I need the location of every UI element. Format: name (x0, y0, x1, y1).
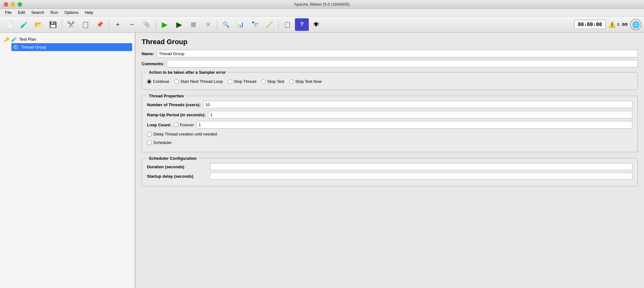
tree-root-label[interactable]: Test Plan (19, 37, 36, 42)
template-button[interactable]: 🧪 (17, 18, 31, 31)
radio-stop-test-input[interactable] (261, 79, 266, 84)
sampler-error-fieldset: Action to be taken after a Sampler error… (142, 70, 638, 90)
minimize-button[interactable] (11, 2, 15, 7)
scheduler-row: Scheduler (147, 140, 632, 146)
thread-group-icon: ⚙️ (13, 44, 19, 50)
globe-button[interactable]: 🌐 (630, 19, 641, 30)
new-button[interactable]: 📄 (3, 18, 16, 31)
comments-input[interactable] (167, 60, 638, 67)
clear-button[interactable]: 📎 (140, 18, 154, 31)
tree-children: ⚙️ Thread Group (11, 43, 132, 51)
tree-panel: 🔑 🧪 Test Plan ⚙️ Thread Group (0, 33, 135, 288)
clear-all-button[interactable]: 🧹 (263, 18, 276, 31)
remote-monitor-button[interactable]: 🔭 (248, 18, 262, 31)
menu-search[interactable]: Search (29, 9, 47, 15)
startup-delay-input[interactable] (210, 173, 632, 180)
plugin-button[interactable]: 🕷 (309, 18, 323, 31)
loop-count-row: Loop Count: Forever (147, 121, 632, 129)
radio-continue-input[interactable] (147, 79, 151, 84)
add-icon: + (116, 20, 120, 29)
delay-creation-label: Delay Thread creation until needed (153, 132, 217, 136)
tree-item-thread-group[interactable]: ⚙️ Thread Group (11, 43, 132, 51)
paste-button[interactable]: 📌 (93, 18, 107, 31)
menu-edit[interactable]: Edit (15, 9, 27, 15)
duration-row: Duration (seconds) (147, 163, 632, 170)
copy-icon: 📋 (82, 21, 89, 28)
ramp-up-label: Ramp-Up Period (in seconds): (147, 112, 206, 117)
warning-count: 0 (617, 22, 619, 27)
separator-2 (109, 20, 109, 30)
sampler-error-radio-group: Continue Start Next Thread Loop Stop Thr… (147, 77, 632, 86)
cut-icon: ✂️ (67, 21, 75, 28)
scheduler-checkbox[interactable] (147, 141, 151, 145)
duration-input[interactable] (210, 163, 632, 170)
tree-icon: 🧪 (11, 36, 17, 42)
form-panel: Thread Group Name: Comments: Action to b… (135, 33, 644, 288)
forever-checkbox[interactable] (174, 123, 178, 127)
close-button[interactable] (4, 2, 8, 7)
radio-stop-test-now[interactable]: Stop Test Now (289, 79, 322, 84)
results-tree-button[interactable]: 📊 (234, 18, 247, 31)
shutdown-button[interactable]: ✕ (201, 18, 215, 31)
help-button[interactable]: ? (295, 18, 309, 31)
copy-button[interactable]: 📋 (78, 18, 92, 31)
ramp-up-input[interactable] (208, 111, 632, 118)
thread-properties-legend: Thread Properties (147, 94, 186, 98)
clear-all-icon: 🧹 (266, 21, 273, 28)
function-helper-button[interactable]: 📋 (280, 18, 294, 31)
shutdown-icon: ✕ (206, 21, 211, 28)
radio-stop-test[interactable]: Stop Test (261, 79, 284, 84)
loop-count-label: Loop Count: (147, 123, 171, 127)
open-button[interactable]: 📂 (31, 18, 45, 31)
menu-run[interactable]: Run (48, 9, 61, 15)
forever-checkbox-item[interactable]: Forever (174, 123, 194, 127)
loop-count-input[interactable] (196, 121, 632, 129)
start-no-pause-button[interactable]: ▶ (172, 18, 186, 31)
separator-5 (278, 20, 279, 30)
clear-icon: 📎 (143, 21, 150, 28)
maximize-button[interactable] (18, 2, 22, 7)
tree-root: 🔑 🧪 Test Plan (3, 35, 132, 43)
log-viewer-button[interactable]: 🔍 (219, 18, 233, 31)
toolbar: 📄 🧪 📂 💾 ✂️ 📋 📌 + − 📎 ▶ ▶ ⏹ ✕ 🔍 (0, 16, 644, 33)
thread-properties-fieldset: Thread Properties Number of Threads (use… (142, 94, 638, 152)
timer-display: 00:00:00 (574, 20, 606, 29)
radio-stop-test-now-input[interactable] (289, 79, 294, 84)
menu-help[interactable]: Help (82, 9, 96, 15)
remove-button[interactable]: − (125, 18, 139, 31)
radio-stop-test-now-label: Stop Test Now (295, 79, 322, 84)
delay-creation-checkbox[interactable] (147, 132, 151, 136)
menu-options[interactable]: Options (62, 9, 81, 15)
num-threads-label: Number of Threads (users): (147, 102, 201, 107)
function-helper-icon: 📋 (284, 21, 291, 28)
radio-continue[interactable]: Continue (147, 79, 169, 84)
radio-start-next-label: Start Next Thread Loop (180, 79, 223, 84)
scheduler-label: Scheduler (153, 140, 172, 145)
stop-icon: ⏹ (190, 20, 197, 29)
menu-file[interactable]: File (3, 9, 14, 15)
comments-field-row: Comments: (142, 60, 638, 67)
num-threads-input[interactable] (203, 101, 632, 108)
name-input[interactable] (157, 50, 638, 57)
save-button[interactable]: 💾 (46, 18, 60, 31)
toolbar-right: 00:00:00 ⚠️ 0 0/0 🌐 (574, 19, 641, 30)
start-button[interactable]: ▶ (158, 18, 172, 31)
cut-button[interactable]: ✂️ (64, 18, 78, 31)
separator-1 (62, 20, 62, 30)
radio-start-next-input[interactable] (174, 79, 179, 84)
title-bar: Apache JMeter (5.0 r1840935) (0, 0, 644, 9)
stop-button[interactable]: ⏹ (187, 18, 201, 31)
radio-start-next[interactable]: Start Next Thread Loop (174, 79, 223, 84)
thread-group-label: Thread Group (21, 45, 46, 49)
add-button[interactable]: + (111, 18, 125, 31)
sampler-error-legend: Action to be taken after a Sampler error (147, 70, 228, 75)
template-icon: 🧪 (20, 21, 28, 28)
help-icon: ? (300, 21, 304, 28)
num-threads-row: Number of Threads (users): (147, 101, 632, 108)
form-title: Thread Group (142, 38, 638, 46)
radio-stop-thread-input[interactable] (228, 79, 232, 84)
delay-creation-row: Delay Thread creation until needed (147, 131, 632, 137)
radio-stop-thread[interactable]: Stop Thread (228, 79, 256, 84)
window-controls (4, 2, 22, 7)
menu-bar: File Edit Search Run Options Help (0, 9, 644, 16)
